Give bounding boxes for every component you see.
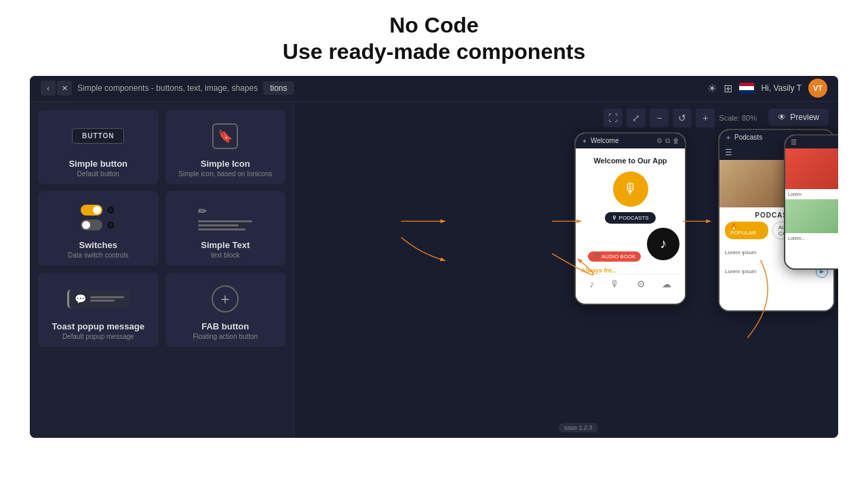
expand-tool-button[interactable]: ⛶ [604,108,623,127]
preview-button[interactable]: 👁 Preview [768,108,829,126]
phone-welcome-settings-icon[interactable]: ⚙ [656,137,663,145]
toast-demo: 💬 [67,289,130,308]
canvas-tools: ⛶ ⤢ − ↺ + Scale: 80% [604,108,757,127]
switch-track-on [81,205,102,216]
component-card-simple-text[interactable]: ✏ Simple Text text block [165,191,286,266]
settings-icon[interactable]: ☀ [707,82,717,95]
welcome-body: Welcome to Our App 🎙 🎙 PODCASTS ♪ 🎵 AUDI… [576,148,685,300]
text-line-block-3 [198,228,245,230]
partial-text-1: Lorem [785,189,838,199]
refresh-tool-button[interactable]: ↺ [673,108,692,127]
component-card-fab[interactable]: ＋ FAB button Floating action button [165,272,286,347]
component-title-button: Simple button [68,159,127,169]
switch-row-1: ⚙ [81,205,115,216]
component-grid: BUTTON Simple button Default button 🔖 Si… [38,110,285,347]
phone-welcome-icons: ⚙ ⧉ 🗑 [656,137,679,145]
phone-welcome-plus-icon: ＋ [581,136,588,146]
welcome-music-area: ♪ 🎵 AUDIO BOOK [581,228,679,262]
component-title-toast: Toast popup message [52,321,144,331]
phone-welcome: ＋ Welcome ⚙ ⧉ 🗑 Welcome to Our App 🎙 🎙 P… [574,132,686,305]
top-bar-left: ‹ ✕ Simple components - buttons, text, i… [41,81,294,96]
top-bar: ‹ ✕ Simple components - buttons, text, i… [30,76,838,102]
toast-text-line-2 [90,300,115,302]
partial-map [785,199,838,233]
bottom-bar-mic-icon[interactable]: 🎙 [610,279,620,289]
switch-icon-2: ⚙ [106,220,115,230]
component-card-simple-icon[interactable]: 🔖 Simple Icon Simple icon, based on Ioni… [165,110,286,184]
component-icon-area-switches: ⚙ ⚙ [45,201,152,235]
podcasts-item-1-text: Lorem ipsum [725,249,756,256]
nav-back-button[interactable]: ‹ [41,81,56,96]
component-icon-area-text: ✏ [172,201,279,235]
partial-top-image [785,148,838,189]
component-title-icon: Simple Icon [201,159,250,169]
component-icon-area-icon: 🔖 [172,119,279,153]
zoom-out-tool-button[interactable]: − [650,108,669,127]
component-subtitle-text: text block [211,251,239,259]
toast-text-lines [90,296,124,302]
main-content: BUTTON Simple button Default button 🔖 Si… [30,102,838,438]
component-title-fab: FAB button [201,321,249,331]
phone-welcome-delete-icon[interactable]: 🗑 [673,137,679,145]
phone-podcasts-label: ＋ Podcasts [725,133,762,142]
welcome-always-free: Always fre... [581,267,679,274]
nav-close-button[interactable]: ✕ [57,81,72,96]
sidebar: BUTTON Simple button Default button 🔖 Si… [30,102,294,438]
switches-demo: ⚙ ⚙ [81,205,115,230]
bottom-bar-settings-icon[interactable]: ⚙ [637,279,646,289]
top-bar-right: ☀ ⊞ Hi, Vasily T VT [707,79,827,98]
podcasts-item-2-text: Lorem ipsum [725,268,756,274]
canvas-area: 👁 Preview ⛶ ⤢ − ↺ + Scale: 80% ＋ Welcome [294,102,838,438]
tab-label[interactable]: tions [263,81,294,95]
audio-btn-text: 🎵 AUDIO BOOK [593,253,635,260]
partial-menu-icon: ☰ [791,138,797,146]
component-icon-area-button: BUTTON [45,119,152,153]
zoom-in-tool-button[interactable]: + [696,108,715,127]
app-container: ‹ ✕ Simple components - buttons, text, i… [30,76,838,438]
welcome-bottom-bar: ♪ 🎙 ⚙ ☁ [581,274,679,292]
component-card-switches[interactable]: ⚙ ⚙ Switches Data switch controls [38,191,159,266]
language-flag[interactable] [739,83,754,94]
component-subtitle-switches: Data switch controls [68,251,128,259]
text-line-block-2 [198,224,239,226]
welcome-podcasts-btn[interactable]: 🎙 PODCASTS [605,212,655,224]
grid-icon[interactable]: ⊞ [724,82,732,95]
phone-podcasts-title: Podcasts [734,134,762,141]
headline-1: No Code [0,12,868,38]
toast-icon: 💬 [75,293,86,304]
welcome-mic-circle: 🎙 [613,171,648,207]
button-demo: BUTTON [72,128,124,144]
phone-welcome-label: ＋ Welcome [581,136,619,146]
welcome-music-circle: ♪ [647,228,679,260]
headline-2: Use ready-made components [0,38,868,66]
avatar: VT [808,79,827,98]
component-icon-area-fab: ＋ [172,282,279,316]
popular-filter-text: 🔥 POPULAR [730,224,756,236]
partial-text-2: Lorem... [785,233,838,243]
component-icon-area-toast: 💬 [45,282,152,316]
welcome-audio-btn[interactable]: 🎵 AUDIO BOOK [588,251,641,262]
icon-demo: 🔖 [212,123,238,149]
podcasts-popular-filter[interactable]: 🔥 POPULAR [725,222,768,239]
component-subtitle-button: Default button [77,170,119,178]
switch-thumb-off [82,221,90,229]
pencil-icon: ✏ [198,205,207,218]
bottom-bar-music-icon[interactable]: ♪ [589,279,594,289]
toast-text-line-1 [90,296,124,298]
text-demo: ✏ [198,205,252,230]
podcasts-btn-text: 🎙 PODCASTS [612,215,648,221]
phone-welcome-title: Welcome [591,137,619,144]
fullscreen-tool-button[interactable]: ⤢ [627,108,646,127]
breadcrumb: Simple components - buttons, text, image… [77,83,258,93]
component-subtitle-icon: Simple icon, based on Ionicons [178,170,272,178]
bottom-bar-cloud-icon[interactable]: ☁ [662,279,671,289]
phone-partial-header: ☰ [785,136,838,148]
component-card-simple-button[interactable]: BUTTON Simple button Default button [38,110,159,184]
user-greeting: Hi, Vasily T [761,83,802,93]
preview-label: Preview [790,113,819,122]
switch-track-off [81,220,102,230]
component-card-toast[interactable]: 💬 Toast popup message Default popup mess… [38,272,159,347]
podcasts-menu-icon[interactable]: ☰ [725,148,732,157]
phone-welcome-copy-icon[interactable]: ⧉ [665,137,670,145]
phone-partial: ☰ Lorem Lorem... [784,134,838,270]
